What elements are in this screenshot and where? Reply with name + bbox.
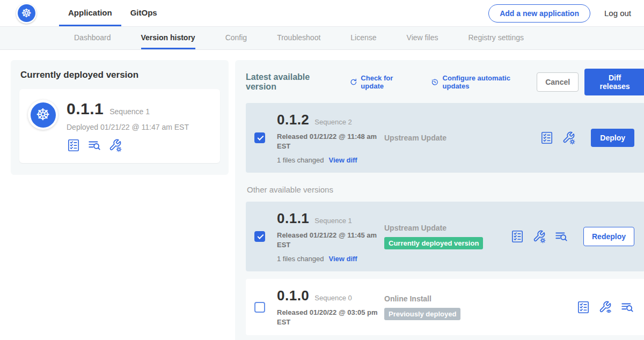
version-checkbox[interactable]	[254, 132, 265, 143]
refresh-icon	[349, 78, 358, 86]
tab-view-files[interactable]: View files	[407, 27, 438, 49]
clock-refresh-icon	[430, 78, 440, 87]
files-changed: 1 files changed	[277, 255, 324, 263]
wrench-gear-icon[interactable]	[562, 131, 576, 145]
app-icon: ☸	[28, 100, 58, 130]
deployed-timestamp: Deployed 01/21/22 @ 11:47 am EST	[67, 123, 189, 131]
view-diff-link[interactable]: View diff	[328, 156, 357, 164]
version-number: 0.1.2	[277, 112, 309, 128]
deployed-sequence: Sequence 1	[109, 107, 150, 116]
cancel-button[interactable]: Cancel	[537, 72, 579, 92]
top-nav: ☸ Application GitOps Add a new applicati…	[0, 0, 644, 27]
version-sequence: Sequence 1	[314, 217, 352, 225]
file-search-icon[interactable]	[620, 300, 634, 314]
deploy-button[interactable]: Deploy	[591, 129, 634, 147]
tab-license[interactable]: License	[350, 27, 376, 49]
app-mode-tabs: Application GitOps	[59, 0, 166, 26]
tab-registry-settings[interactable]: Registry settings	[468, 27, 523, 49]
version-checkbox[interactable]	[254, 231, 265, 242]
view-diff-link[interactable]: View diff	[328, 255, 357, 263]
version-sequence: Sequence 0	[314, 294, 352, 302]
version-sequence: Sequence 2	[314, 118, 352, 126]
version-history-panel: Latest available version Check for updat…	[235, 60, 644, 340]
configure-automatic-updates-link[interactable]: Configure automatic updates	[430, 74, 537, 90]
checklist-icon[interactable]	[67, 138, 80, 152]
released-timestamp: Released 01/21/22 @ 11:48 am EST	[277, 132, 379, 151]
checklist-icon[interactable]	[510, 230, 524, 243]
currently-deployed-title: Currently deployed version	[20, 70, 220, 80]
file-search-icon[interactable]	[554, 230, 568, 243]
files-changed: 1 files changed	[277, 156, 324, 164]
main-content: Currently deployed version ☸ 0.1.1 Seque…	[0, 50, 644, 340]
version-number: 0.1.0	[277, 287, 309, 304]
version-source: Upstream Update	[384, 134, 510, 142]
checklist-icon[interactable]	[540, 131, 554, 145]
latest-available-title: Latest available version	[246, 72, 341, 92]
redeploy-button[interactable]: Redeploy	[583, 227, 634, 246]
check-for-update-link[interactable]: Check for update	[349, 74, 416, 90]
add-application-button[interactable]: Add a new application	[488, 4, 590, 23]
tab-config[interactable]: Config	[225, 27, 247, 49]
checklist-icon[interactable]	[576, 300, 590, 314]
kubernetes-logo: ☸	[16, 3, 36, 24]
version-source: Online Install	[384, 294, 510, 303]
released-timestamp: Released 01/21/22 @ 11:45 am EST	[277, 231, 379, 249]
version-row-0-1-0: 0.1.0 Sequence 0 Released 01/20/22 @ 03:…	[246, 279, 644, 335]
wrench-eye-icon[interactable]	[598, 300, 612, 314]
tab-gitops[interactable]: GitOps	[121, 0, 166, 26]
version-checkbox[interactable]	[254, 302, 265, 313]
app-section-tabs: Dashboard Version history Config Trouble…	[0, 27, 644, 50]
wrench-gear-icon[interactable]	[108, 138, 122, 152]
currently-deployed-panel: Currently deployed version ☸ 0.1.1 Seque…	[11, 60, 229, 175]
released-timestamp: Released 01/20/22 @ 03:05 pm EST	[277, 308, 379, 327]
diff-releases-button[interactable]: Diff releases	[584, 69, 644, 95]
version-row-0-1-1: 0.1.1 Sequence 1 Released 01/21/22 @ 11:…	[246, 202, 644, 271]
previously-deployed-badge: Previously deployed	[384, 308, 460, 320]
version-row-0-1-2: 0.1.2 Sequence 2 Released 01/21/22 @ 11:…	[246, 103, 644, 173]
wrench-gear-icon[interactable]	[532, 230, 546, 243]
currently-deployed-badge: Currently deployed version	[384, 237, 483, 249]
version-number: 0.1.1	[277, 210, 309, 227]
tab-dashboard[interactable]: Dashboard	[74, 27, 111, 49]
deployed-version-number: 0.1.1	[67, 100, 104, 118]
deployed-version-card: ☸ 0.1.1 Sequence 1 Deployed 01/21/22 @ 1…	[19, 89, 220, 163]
tab-version-history[interactable]: Version history	[141, 27, 195, 49]
other-available-versions-label: Other available versions	[247, 185, 644, 194]
file-search-icon[interactable]	[87, 138, 101, 152]
tab-troubleshoot[interactable]: Troubleshoot	[277, 27, 320, 49]
logout-link[interactable]: Log out	[604, 9, 631, 18]
version-source: Upstream Update	[384, 224, 510, 232]
tab-application[interactable]: Application	[59, 0, 121, 26]
